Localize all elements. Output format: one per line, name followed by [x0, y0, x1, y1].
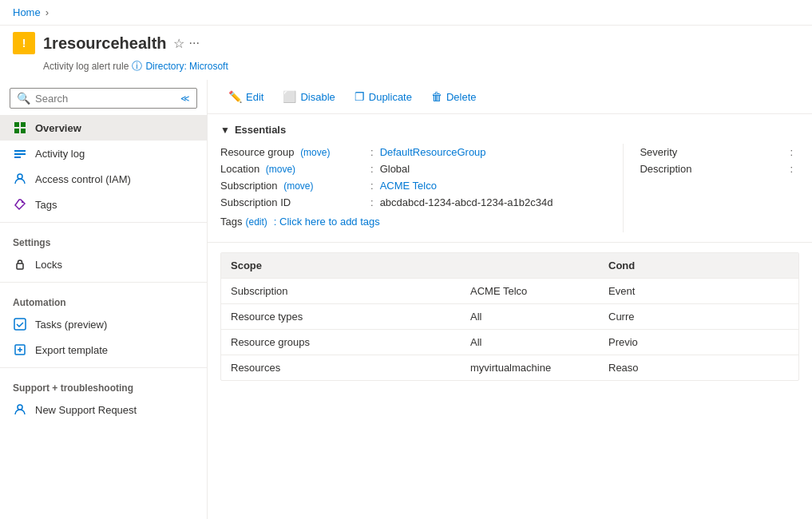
essentials-left: Resource group (move) : DefaultResourceG… — [220, 144, 591, 232]
essentials-section: ▼ Essentials Resource group (move) : Def… — [208, 114, 812, 243]
subtitle-text: Activity log alert rule — [43, 61, 129, 72]
activity-log-icon — [13, 146, 27, 160]
edit-button[interactable]: ✏️ Edit — [220, 86, 271, 107]
svg-point-7 — [18, 174, 22, 179]
sidebar-label-activity-log: Activity log — [35, 148, 85, 160]
page-subheader: Activity log alert rule ⓘ Directory: Mic… — [0, 57, 812, 80]
toolbar: ✏️ Edit ⬜ Disable ❐ Duplicate 🗑 Delete — [208, 80, 812, 114]
access-control-icon — [13, 172, 27, 186]
scope-row-label-2: Resource types — [221, 304, 461, 329]
sidebar-divider-3 — [0, 367, 207, 368]
disable-button[interactable]: ⬜ Disable — [275, 86, 343, 107]
svg-rect-0 — [14, 122, 19, 127]
sidebar-item-export-template[interactable]: Export template — [0, 337, 207, 363]
duplicate-button[interactable]: ❐ Duplicate — [347, 86, 420, 107]
favorite-icon[interactable]: ☆ — [173, 36, 184, 51]
scope-value-header — [461, 253, 599, 278]
search-box[interactable]: 🔍 ≪ — [10, 88, 197, 109]
svg-rect-9 — [17, 263, 23, 269]
sidebar-item-overview[interactable]: Overview — [0, 115, 207, 141]
search-input[interactable] — [35, 93, 180, 105]
main-layout: 🔍 ≪ Overview Activity log Access control… — [0, 80, 812, 519]
svg-rect-1 — [21, 122, 26, 127]
tags-row: Tags (edit) : Click here to add tags — [220, 211, 591, 232]
add-tags-link[interactable]: : Click here to add tags — [274, 216, 380, 228]
table-row: Resources myvirtualmachine Reaso — [221, 355, 798, 380]
svg-point-12 — [18, 405, 22, 410]
automation-section-label: Automation — [0, 287, 207, 311]
essentials-title: Essentials — [235, 124, 286, 136]
move-link-rg[interactable]: (move) — [300, 147, 330, 158]
disable-icon: ⬜ — [283, 90, 296, 103]
cond-row-label-1: Event — [599, 279, 798, 303]
sidebar-item-locks[interactable]: Locks — [0, 252, 207, 277]
breadcrumb-separator: › — [46, 6, 49, 18]
export-template-icon — [13, 343, 27, 357]
table-section: Scope Cond Subscription ACME Telco Event… — [208, 243, 812, 519]
essentials-row-severity: Severity : — [640, 144, 799, 160]
essentials-label-subscription-id: Subscription ID — [220, 196, 364, 208]
content-area: ✏️ Edit ⬜ Disable ❐ Duplicate 🗑 Delete ▼… — [208, 80, 812, 519]
move-link-location[interactable]: (move) — [266, 164, 295, 175]
delete-button[interactable]: 🗑 Delete — [423, 86, 485, 107]
scope-row-value-2: All — [461, 304, 599, 329]
sidebar-divider-1 — [0, 222, 207, 223]
locks-icon — [13, 257, 27, 271]
essentials-value-subscription: ACME Telco — [380, 180, 437, 192]
essentials-content: Resource group (move) : DefaultResourceG… — [220, 144, 799, 232]
support-icon — [13, 402, 27, 417]
scope-table: Scope Cond Subscription ACME Telco Event… — [220, 252, 799, 381]
sidebar: 🔍 ≪ Overview Activity log Access control… — [0, 80, 208, 519]
sidebar-item-tags[interactable]: Tags — [0, 192, 207, 217]
svg-point-8 — [22, 201, 23, 203]
directory-link[interactable]: Directory: Microsoft — [145, 61, 228, 72]
essentials-label-subscription: Subscription (move) — [220, 180, 364, 192]
cond-row-label-2: Curre — [599, 304, 798, 329]
scope-row-label-1: Subscription — [221, 279, 461, 303]
tags-edit-link[interactable]: (edit) — [245, 216, 267, 228]
overview-icon — [13, 121, 27, 135]
essentials-value-rg: DefaultResourceGroup — [380, 146, 486, 158]
essentials-header[interactable]: ▼ Essentials — [220, 124, 799, 136]
svg-rect-4 — [14, 150, 26, 152]
tags-label: Tags — [220, 216, 242, 228]
scope-row-value-1: ACME Telco — [461, 279, 599, 303]
cond-row-label-3: Previo — [599, 330, 798, 355]
svg-rect-10 — [14, 319, 26, 330]
sidebar-item-activity-log[interactable]: Activity log — [0, 141, 207, 166]
essentials-row-location: Location (move) : Global — [220, 160, 591, 177]
scope-column-header: Scope — [221, 253, 461, 278]
collapse-sidebar-icon[interactable]: ≪ — [180, 93, 190, 104]
essentials-value-subscription-id: abcdabcd-1234-abcd-1234-a1b2c34d — [380, 196, 553, 208]
sidebar-label-tags: Tags — [35, 199, 57, 211]
settings-section-label: Settings — [0, 228, 207, 252]
essentials-label-description: Description — [640, 163, 783, 175]
move-link-subscription[interactable]: (move) — [283, 180, 313, 192]
essentials-chevron: ▼ — [220, 125, 230, 136]
svg-rect-3 — [21, 129, 26, 133]
sidebar-divider-2 — [0, 282, 207, 283]
scope-row-value-4: myvirtualmachine — [461, 355, 599, 380]
edit-icon: ✏️ — [228, 90, 242, 103]
sidebar-label-support: New Support Request — [35, 404, 137, 416]
sidebar-label-overview: Overview — [35, 122, 81, 134]
essentials-row-subscription-id: Subscription ID : abcdabcd-1234-abcd-123… — [220, 194, 591, 211]
svg-rect-5 — [14, 153, 26, 155]
search-icon: 🔍 — [17, 92, 30, 105]
support-section-label: Support + troubleshooting — [0, 373, 207, 397]
sidebar-item-new-support[interactable]: New Support Request — [0, 397, 207, 422]
cond-column-header: Cond — [599, 253, 798, 278]
scope-row-label-3: Resource groups — [221, 330, 461, 355]
sidebar-item-tasks[interactable]: Tasks (preview) — [0, 311, 207, 337]
essentials-label-severity: Severity — [640, 146, 783, 158]
breadcrumb: Home › — [0, 0, 812, 26]
more-options-icon[interactable]: ··· — [189, 36, 200, 50]
alert-icon: ! — [13, 32, 35, 54]
essentials-right: Severity : Description : — [623, 144, 799, 232]
essentials-label-rg: Resource group (move) — [220, 146, 364, 158]
tasks-icon — [13, 317, 27, 331]
breadcrumb-home[interactable]: Home — [13, 6, 41, 18]
sidebar-item-access-control[interactable]: Access control (IAM) — [0, 166, 207, 192]
duplicate-icon: ❐ — [355, 90, 365, 103]
sidebar-label-locks: Locks — [35, 259, 62, 271]
